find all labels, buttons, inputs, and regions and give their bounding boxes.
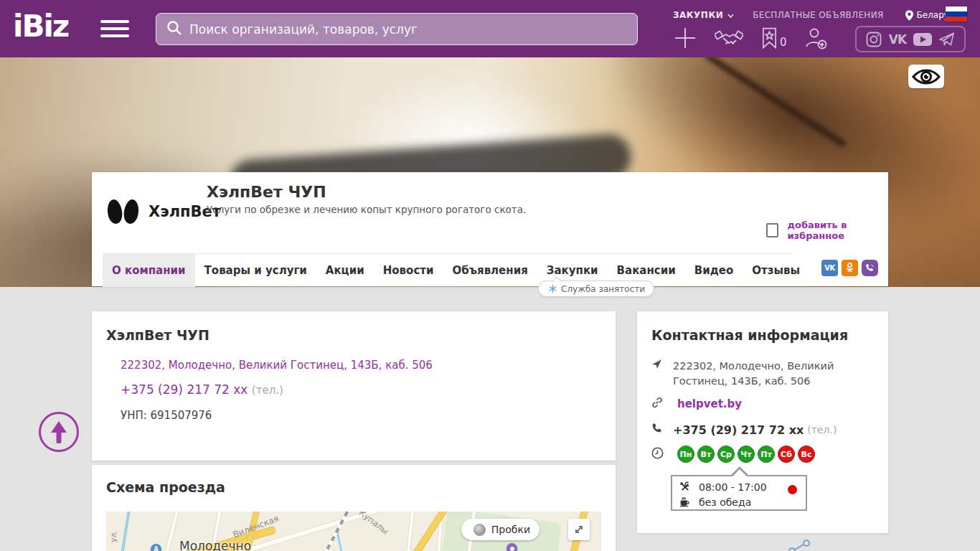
company-tabs: О компании Товары и услуги Акции Новости… [103,253,793,286]
map[interactable]: Виленская ки Купалы ул. Молодечно А Проб… [106,512,601,551]
odnoklassniki-icon[interactable] [842,260,858,276]
tab-products[interactable]: Товары и услуги [195,254,316,287]
free-ads-link[interactable]: БЕСПЛАТНЫЕ ОБЪЯВЛЕНИЯ [753,10,883,20]
website-link[interactable]: helpvet.by [677,397,742,410]
about-title: ХэлпВет ЧУП [106,327,601,343]
youtube-icon[interactable] [913,33,932,46]
company-name: ХэлпВет ЧУП [207,183,326,201]
tab-promos[interactable]: Акции [316,254,374,287]
day-badge[interactable]: Пн [677,446,694,463]
lunch-row: без обеда [679,494,798,509]
header: iBiz ЗАКУПКИ БЕСПЛАТНЫЕ ОБЪЯВЛЕНИЯ Белар… [0,0,980,57]
zakupki-menu[interactable]: ЗАКУПКИ [673,10,734,20]
company-social-buttons: VK [821,260,878,276]
contact-address-row: 222302, Молодечно, Великий Гостинец, 143… [651,359,874,389]
search-icon [166,20,182,39]
map-title: Схема проезда [106,479,601,495]
day-badge[interactable]: Ср [717,446,735,463]
telegram-icon[interactable] [939,32,955,47]
status-closed-dot [788,485,797,494]
map-poi-icon [507,543,517,551]
bookmarks-count: 0 [780,36,787,49]
page: iBiz ЗАКУПКИ БЕСПЛАТНЫЕ ОБЪЯВЛЕНИЯ Белар… [0,0,980,551]
tab-ads[interactable]: Объявления [443,254,537,287]
employment-service-tooltip: Служба занятости [538,281,654,297]
contact-phone[interactable]: +375 (29) 217 72 xx [673,423,804,437]
phone-note: (тел.) [252,384,283,397]
favorites-checkbox[interactable] [766,223,778,237]
traffic-light-icon [473,524,486,536]
day-badge[interactable]: Чт [738,446,755,463]
tab-news[interactable]: Новости [374,254,443,287]
header-top-links: ЗАКУПКИ БЕСПЛАТНЫЕ ОБЪЯВЛЕНИЯ Беларусь [673,9,974,22]
link-icon [651,397,666,411]
add-company-icon[interactable] [673,26,697,50]
contact-website-row: helpvet.by [651,397,742,411]
contact-address: 222302, Молодечно, Великий Гостинец, 143… [673,359,874,389]
instagram-icon[interactable] [866,32,882,47]
contact-phone-row: +375 (29) 217 72 xx (тел.) [651,423,837,437]
day-badge[interactable]: Вс [798,446,815,463]
location-pin-icon [905,10,913,21]
tab-about[interactable]: О компании [103,254,195,287]
working-days: Пн Вт Ср Чт Пт Сб Вс [677,446,815,463]
hours-row: 08:00 - 17:00 [679,479,798,494]
working-hours-tooltip: 08:00 - 17:00 без обеда [671,475,807,511]
day-badge[interactable]: Вт [697,446,715,463]
company-logo: ХэлпВет [108,199,221,224]
header-social-links: VK [855,26,966,52]
search-input[interactable] [189,22,627,37]
navigation-arrow-icon [651,359,666,389]
working-days-row: Пн Вт Ср Чт Пт Сб Вс [651,446,815,463]
about-phone-link[interactable]: +375 (29) 217 72 xx (тел.) [121,382,283,397]
favorites-label: добавить в избранное [787,220,888,241]
scroll-to-top-button[interactable] [39,412,79,452]
employment-tooltip-label: Служба занятости [561,284,645,294]
language-flag-russia[interactable] [946,6,967,22]
working-hours: 08:00 - 17:00 [699,481,767,493]
phone-icon [651,423,666,437]
snowflake-icon [549,285,557,293]
clock-icon [651,447,666,462]
accessibility-eye-button[interactable] [908,65,944,88]
about-unp: УНП: 691507976 [121,409,212,422]
tools-icon [679,481,692,492]
contact-title: Контактная информация [651,327,874,343]
bookmarks-icon[interactable]: 0 [760,27,787,49]
day-badge[interactable]: Пт [758,446,775,463]
hoofprint-icon [123,199,141,225]
contact-phone-note: (тел.) [807,424,837,435]
viber-icon[interactable] [862,260,878,276]
traffic-toggle-button[interactable]: Пробки [461,519,540,540]
tab-reviews[interactable]: Отзывы [743,254,809,287]
map-busstop-icon: А [151,544,161,551]
vk-icon[interactable]: VK [889,32,906,47]
site-logo[interactable]: iBiz [13,9,68,44]
map-street-ul: ул. [108,529,118,542]
company-tagline: Услуги по обрезке и лечению копыт крупно… [207,204,526,215]
day-badge[interactable]: Сб [778,446,795,463]
add-to-favorites[interactable]: добавить в избранное [766,220,888,241]
hamburger-menu-icon[interactable] [100,20,129,39]
hoofprint-icon [106,199,124,225]
vk-share-icon[interactable]: VK [821,260,838,276]
lunch-label: без обеда [699,496,751,508]
search-bar[interactable] [156,13,638,45]
partners-handshake-icon[interactable] [713,26,745,50]
about-card: ХэлпВет ЧУП 222302, Молодечно, Великий Г… [92,311,616,461]
company-header-card: ХэлпВет ХэлпВет ЧУП Услуги по обрезке и … [92,172,888,286]
tab-video[interactable]: Видео [685,254,743,287]
about-address-link[interactable]: 222302, Молодечно, Великий Гостинец, 143… [121,359,433,372]
map-expand-button[interactable] [568,519,590,540]
contact-info-card: Контактная информация 222302, Молодечно,… [637,311,888,533]
profile-icon[interactable] [804,27,827,50]
share-icon-partial [782,540,832,551]
traffic-label: Пробки [491,524,530,535]
coffee-cup-icon [679,496,692,507]
header-icons: 0 [673,26,827,50]
map-card: Схема проезда Виленская ки Купалы ул. Мо… [92,465,616,551]
chevron-down-icon [727,10,734,20]
map-city-label: Молодечно [179,539,251,551]
